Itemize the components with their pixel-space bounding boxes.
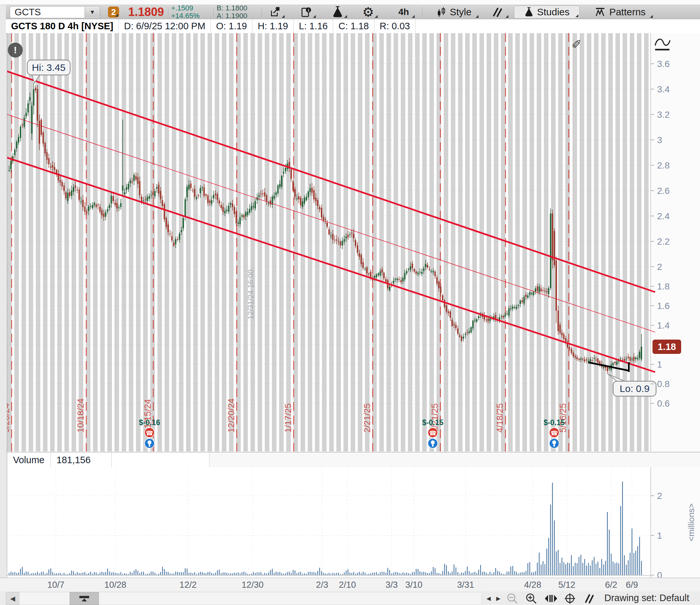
phone-glyph: ☎ — [429, 430, 437, 436]
expiration-line-label: 1/17/25 — [283, 403, 293, 433]
pan-right-button[interactable]: ▸ — [494, 592, 503, 604]
candlestick-series — [8, 83, 642, 374]
price-tick-label: 2.2 — [657, 236, 670, 247]
date-axis-label: 10/28 — [104, 580, 127, 590]
price-tick-label: 2.4 — [657, 211, 670, 221]
header-range: R: 0.03 — [374, 19, 416, 33]
volume-chart[interactable]: 210<millions> — [7, 467, 700, 578]
expiration-line-label: 12/20/24 — [226, 399, 236, 433]
drawing-set-icon[interactable] — [582, 592, 597, 605]
year-boundary-label: 12/31/24 16:00 — [247, 270, 255, 320]
expiration-line-label: 9/20/24 — [7, 403, 11, 433]
price-chart[interactable]: 12/31/24 16:009/20/2410/18/2411/15/2412/… — [7, 33, 700, 452]
event-amount-label: $-0.16 — [139, 418, 160, 427]
share-button[interactable] — [265, 5, 285, 19]
price-tick-label: 3 — [657, 135, 662, 145]
timeframe-button[interactable]: 4h — [392, 5, 416, 19]
expiration-lines: 9/20/2410/18/2411/15/2412/20/241/17/252/… — [7, 33, 569, 452]
news-info-icon: i — [300, 6, 313, 18]
expiration-line-label: 5/16/25 — [558, 403, 568, 433]
price-tick-label: 0.8 — [657, 379, 670, 389]
bulb-glyph — [552, 440, 556, 444]
change-percent: +14.65% — [171, 12, 199, 20]
event-amount-label: $-0.15 — [544, 418, 565, 427]
date-axis-label: 6/9 — [626, 580, 638, 590]
expiration-line-label: 10/18/24 — [76, 399, 85, 433]
volume-tick-label: 1 — [657, 530, 662, 540]
chart-title: GCTS 180 D 4h [NYSE] — [6, 19, 119, 33]
gear-icon: ⚙ — [362, 4, 374, 20]
volume-header: Volume 181,156 — [7, 452, 700, 468]
studies-button[interactable]: Studies — [514, 5, 580, 19]
expand-icon[interactable] — [544, 592, 558, 605]
bulb-glyph — [148, 440, 152, 444]
pencil-cursor-icon: ✎ — [570, 39, 584, 49]
symbol-dropdown-button[interactable]: ▼ — [84, 7, 100, 18]
date-axis-label: 2/10 — [339, 580, 356, 590]
price-tick-label: 2 — [657, 262, 662, 272]
window-top-strip — [0, 0, 700, 5]
bulb-glyph — [431, 440, 434, 444]
price-tick-label: 1.6 — [657, 301, 670, 311]
event-amount-label: $-0.15 — [422, 418, 443, 427]
date-axis-label: 12/2 — [179, 580, 197, 590]
price-tick-label: 2.6 — [657, 186, 670, 196]
price-axis: 3.63.43.232.82.62.42.221.81.61.410.80.61… — [651, 59, 681, 408]
pan-left-button[interactable]: ◂ — [484, 592, 493, 604]
candlestick-style-icon — [435, 6, 447, 18]
share-icon — [269, 6, 281, 18]
price-tick-label: 0.6 — [657, 399, 670, 408]
date-axis-label: 10/7 — [48, 580, 65, 590]
svg-text:i: i — [308, 7, 309, 12]
alert-icon[interactable]: ! — [8, 43, 23, 57]
volume-axis: 210<millions> — [651, 491, 696, 578]
date-axis-label: 3/10 — [405, 580, 423, 590]
link-group-badge[interactable]: 2 — [108, 6, 119, 18]
date-axis-label: 6/2 — [605, 580, 617, 590]
date-axis-label: 3/3 — [385, 580, 398, 590]
date-axis-label: 5/12 — [558, 580, 575, 590]
volume-unit-label: <millions> — [686, 503, 696, 541]
price-tick-label: 1 — [657, 359, 662, 370]
style-button[interactable]: Style — [427, 5, 479, 19]
settings-button[interactable]: ⚙ — [358, 5, 379, 19]
last-price: 1.1809 — [125, 5, 167, 19]
symbol-input[interactable]: GCTS — [10, 7, 84, 18]
low-callout: Lo: 0.9 — [608, 374, 656, 396]
zoom-in-icon[interactable] — [525, 592, 539, 605]
toolbar: GCTS ▼ 2 1.1809 +.1509 +14.65% B: 1.1800… — [6, 5, 700, 19]
phone-glyph: ☎ — [146, 430, 153, 436]
drawings-button[interactable] — [485, 5, 509, 19]
price-tick-label: 2.8 — [657, 160, 670, 171]
header-close: C: 1.18 — [333, 19, 374, 33]
price-tick-label: 1.4 — [657, 320, 670, 330]
date-axis: 10/710/2812/212/302/32/103/33/103/314/28… — [0, 578, 700, 592]
dock-icon — [79, 596, 89, 598]
analysis-tools-button[interactable] — [327, 5, 348, 19]
price-tick-label: 3.4 — [657, 84, 670, 94]
drawing-set-label[interactable]: Drawing set: Default — [604, 593, 689, 603]
volume-tick-label: 0 — [657, 570, 662, 578]
price-axis-settings-icon[interactable] — [653, 36, 673, 52]
scroll-left-button[interactable]: ◀ — [6, 592, 20, 605]
patterns-button[interactable]: Patterns — [585, 5, 654, 19]
price-tick-label: 3.6 — [657, 59, 670, 69]
zoom-out-icon[interactable] — [506, 592, 520, 605]
crosshair-icon[interactable] — [564, 592, 577, 605]
date-axis-label: 12/30 — [242, 580, 264, 590]
volume-series — [9, 482, 642, 575]
status-bar: ◀ ◂ ▸ — [0, 591, 700, 605]
news-button[interactable]: i — [296, 5, 317, 19]
header-datetime: D: 6/9/25 12:00 PM — [119, 19, 211, 33]
price-tick-label: 3.2 — [657, 109, 670, 120]
patterns-icon — [594, 6, 606, 18]
change-value: +.1509 — [171, 4, 193, 12]
high-callout-label: Hi: 3.45 — [32, 62, 66, 73]
scrollbar-thumb[interactable] — [70, 592, 99, 605]
date-axis-label: 2/3 — [316, 580, 328, 590]
expiration-line-label: 4/18/25 — [495, 403, 505, 433]
date-axis-label: 3/31 — [457, 580, 474, 590]
volume-label: Volume — [7, 452, 51, 468]
header-low: L: 1.16 — [294, 19, 333, 33]
symbol-combo[interactable]: GCTS ▼ — [10, 6, 100, 18]
